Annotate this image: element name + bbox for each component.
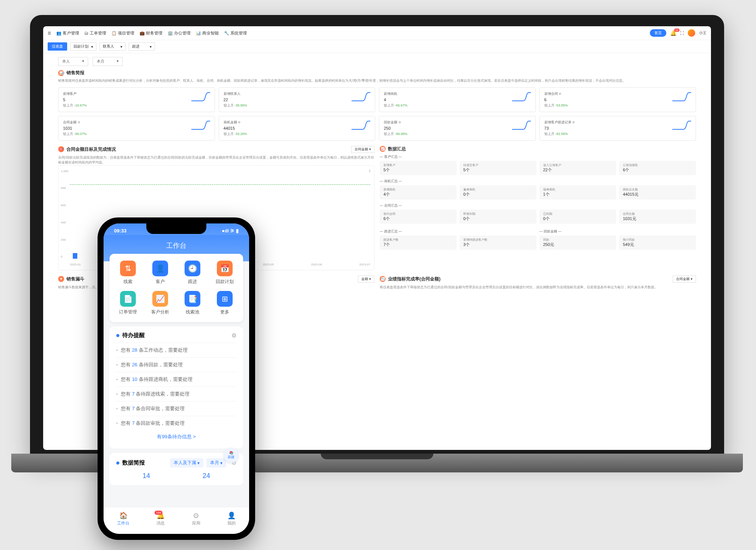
tab-followup[interactable]: 跟进▾ (129, 42, 155, 51)
app-item[interactable]: 👤客户 (145, 261, 176, 285)
tabbar-item[interactable]: 👤我的 (227, 511, 236, 526)
app-label: 跟进 (188, 279, 197, 285)
brief-period-pill[interactable]: 本月 ▾ (206, 458, 226, 468)
tabbar-item[interactable]: 🏠工作台 (117, 511, 129, 526)
tab-icon: ⊙ (193, 511, 199, 520)
summary-card[interactable]: 新增待跟进客户数3个 (460, 235, 537, 250)
tab-payment-plan[interactable]: 回款计划▾ (70, 42, 96, 51)
stat-delta: 较上月 -82.58% (544, 132, 575, 136)
summary-card[interactable]: 预计回款549元 (619, 235, 696, 250)
summary-card[interactable]: 新增客户5个 (380, 161, 457, 175)
summary-card[interactable]: 跟进客户数7个 (380, 235, 457, 250)
summary-card[interactable]: 放入公海客户22个 (540, 161, 616, 175)
target-select[interactable]: 合同金额 ▾ (351, 146, 374, 153)
home-button[interactable]: 首页 (650, 29, 666, 37)
stat-label: 商机金额 ⊙ (224, 120, 247, 125)
nav-finance[interactable]: 💼财务管理 (140, 30, 162, 36)
tab-dashboard[interactable]: 仪表盘 (48, 42, 67, 51)
target-icon: 🎯 (58, 146, 64, 152)
tab-icon: 🏠 (119, 511, 128, 520)
summary-card[interactable]: 商机总金额44015元 (619, 185, 696, 199)
stat-card[interactable]: 新增客户5较上月 -16.67% (58, 87, 215, 112)
app-item[interactable]: 🕘跟进 (177, 261, 208, 285)
top-nav: ☰ 👥客户管理 🗂工单管理 📋项目管理 💼财务管理 🏢办公管理 📊商业智能 🔧系… (43, 26, 711, 40)
nav-system[interactable]: 🔧系统管理 (224, 30, 247, 36)
nav-customer[interactable]: 👥客户管理 (56, 30, 79, 36)
nav-office[interactable]: 🏢办公管理 (168, 30, 191, 36)
summary-card[interactable]: 回款250元 (540, 235, 616, 250)
app-item[interactable]: 📅回款计划 (209, 261, 240, 285)
todo-item[interactable]: 您有 7 条合同审批，需要处理 (116, 401, 236, 416)
tabbar-item[interactable]: ⊙应用 (192, 511, 200, 526)
phone-screen: 09:33 ●ıll ⚞ ▮ 工作台 ⇅线索👤客户🕘跟进📅回款计划📄订单管理📈客… (104, 223, 249, 534)
tabbar-item[interactable]: 🔔消息194 (156, 511, 165, 526)
perf-select[interactable]: 合同金额 ▾ (673, 276, 696, 283)
gear-icon[interactable]: ⚙ (231, 332, 236, 339)
stat-delta: 较上月 -99.98% (384, 132, 407, 136)
expand-icon[interactable]: ⛶ (680, 31, 684, 35)
app-item[interactable]: 📑线索池 (177, 291, 208, 315)
todo-item[interactable]: 您有 7 条回款审批，需要处理 (116, 416, 236, 430)
summary-card[interactable]: 输单商机1个 (540, 185, 616, 199)
tab-icon: 👤 (227, 511, 236, 520)
todo-item[interactable]: 您有 28 条工作动态，需要处理 (116, 343, 236, 357)
todo-item[interactable]: 您有 10 条待跟进商机，需要处理 (116, 372, 236, 387)
stat-delta: 较上月 -99.07% (63, 132, 87, 136)
stat-label: 回款金额 ⊙ (384, 120, 407, 125)
app-item[interactable]: 📄订单管理 (113, 291, 143, 315)
summary-card[interactable]: 即将到期0个 (460, 210, 537, 224)
summary-card[interactable]: 签约合同6个 (380, 210, 457, 224)
tab-contacts[interactable]: 联系人▾ (99, 42, 126, 51)
funnel-select[interactable]: 金额 ▾ (358, 276, 374, 283)
summary-card[interactable]: 合同金额1031元 (619, 210, 696, 224)
avatar[interactable] (688, 29, 695, 37)
nav-project[interactable]: 📋项目管理 (111, 30, 134, 36)
brief-dot-icon (116, 462, 119, 465)
app-item[interactable]: ⇅线索 (113, 261, 143, 285)
menu-icon[interactable]: ☰ (48, 31, 51, 35)
summary-group-label: — 客户汇总 — (380, 154, 696, 159)
brief-scope-pill[interactable]: 本人及下属 ▾ (170, 458, 203, 468)
sparkline-icon (512, 120, 531, 131)
summary-card[interactable]: 已到期0个 (540, 210, 616, 224)
stat-card[interactable]: 合同金额 ⊙1031较上月 -99.07% (58, 116, 215, 141)
stat-card[interactable]: 回款金额 ⊙250较上月 -99.98% (379, 116, 536, 141)
download-icon[interactable]: ⇩ (368, 169, 371, 173)
stat-grid: 新增客户5较上月 -16.67%新增联系人22较上月 -38.89%新增商机4较… (58, 87, 696, 141)
app-label: 订单管理 (119, 309, 137, 315)
summary-card[interactable]: 赢单商机0个 (460, 185, 537, 199)
phone-time: 09:33 (114, 228, 126, 234)
stat-card[interactable]: 新增商机4较上月 -66.67% (379, 87, 536, 112)
stat-label: 新增联系人 (224, 91, 247, 96)
bell-icon[interactable]: 🔔52 (670, 30, 676, 36)
app-item[interactable]: ⊞更多 (209, 291, 240, 315)
sparkline-icon (512, 91, 531, 103)
nav-bi[interactable]: 📊商业智能 (196, 30, 219, 36)
summary-card[interactable]: 转成交客户5个 (460, 161, 537, 175)
stat-card[interactable]: 新增客户跟进记录 ⊙73较上月 -82.58% (540, 116, 696, 141)
app-grid: ⇅线索👤客户🕘跟进📅回款计划📄订单管理📈客户分析📑线索池⊞更多 (110, 254, 243, 322)
summary-card[interactable]: 公海池领取6个 (619, 161, 696, 175)
username: 小王 (699, 30, 706, 36)
stat-delta: 较上月 -38.89% (224, 103, 247, 108)
panel-performance: 📉 业绩指标完成率(合同金额) 合同金额 ▾ 将仪表盘筛选条件下审核状态为已通过… (380, 276, 696, 290)
fab-new[interactable]: 📚 新建 (224, 448, 239, 463)
stat-value: 6 (544, 97, 568, 102)
app-icon: ⇅ (120, 261, 136, 276)
todo-more-link[interactable]: 有99条待办信息 > (116, 430, 236, 443)
summary-icon: 📈 (380, 146, 386, 152)
app-icon: 👤 (152, 261, 168, 276)
filter-period[interactable]: 本月▾ (93, 57, 123, 66)
phone-notch (146, 223, 206, 234)
stat-card[interactable]: 新增联系人22较上月 -38.89% (219, 87, 376, 112)
todo-item[interactable]: 您有 26 条待回款，需要处理 (116, 357, 236, 372)
filter-scope[interactable]: 本人▾ (58, 57, 88, 66)
brief-num-1: 14 (143, 472, 150, 480)
nav-workorder[interactable]: 🗂工单管理 (84, 30, 106, 36)
stat-value: 5 (63, 97, 87, 102)
stat-card[interactable]: 商机金额 ⊙44015较上月 -33.26% (219, 116, 376, 141)
summary-card[interactable]: 新增商机4个 (380, 185, 457, 199)
app-item[interactable]: 📈客户分析 (145, 291, 176, 315)
todo-item[interactable]: 您有 7 条待跟进线索，需要处理 (116, 387, 236, 401)
stat-card[interactable]: 新增合同 ⊙6较上月 -53.85% (540, 87, 696, 112)
